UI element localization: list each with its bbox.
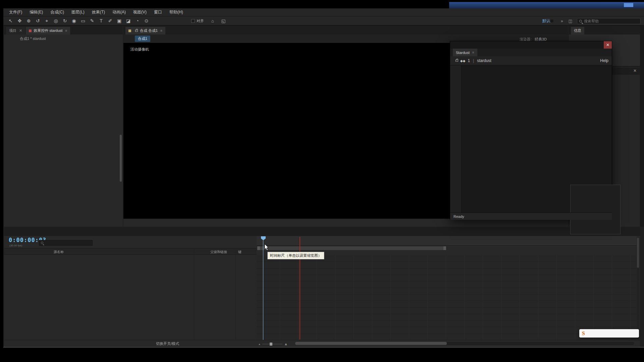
- menu-item[interactable]: 图层(L): [68, 9, 88, 15]
- stardust-effect-name: stardust: [477, 58, 491, 63]
- stamp-tool[interactable]: ▣: [115, 18, 124, 23]
- composition-tabbar: 合成 合成1 ≡: [123, 26, 568, 35]
- effect-target-label: 合成1 * stardust: [20, 36, 46, 41]
- tool-bar: ↖✥⊕↺⌖◎↻◉▭✎T✐▣◪◔⊙ 对齐 ⌂ ◱ 默认≡ » ◫: [3, 16, 644, 26]
- tab-composition[interactable]: 合成 合成1 ≡: [125, 27, 165, 35]
- workspace-list: 默认≡: [534, 18, 553, 24]
- brush-tool[interactable]: ✐: [106, 18, 115, 23]
- background-window-titlebar: [449, 2, 644, 8]
- menu-bar: 文件(F)编辑(E)合成(C)图层(L)效果(T)动画(A)视图(V)窗口帮助(…: [3, 8, 644, 16]
- menu-item[interactable]: 窗口: [150, 9, 166, 15]
- eraser-tool[interactable]: ◪: [124, 18, 133, 23]
- panel-box-icon[interactable]: ◫: [569, 19, 572, 23]
- effect-panel-scrollbar[interactable]: [120, 135, 122, 182]
- timeline-search-input[interactable]: [45, 241, 89, 245]
- timeline-vertical-scrollbar[interactable]: [637, 237, 639, 339]
- stardust-header: ◆◆ 1 | stardust Help: [450, 56, 612, 65]
- lock-icon[interactable]: [135, 30, 138, 32]
- tab-stardust[interactable]: Stardust ≡: [453, 49, 477, 56]
- menu-item[interactable]: 动画(A): [109, 9, 129, 15]
- stardust-node-graph[interactable]: [462, 65, 612, 213]
- composition-breadcrumb[interactable]: 合成1: [135, 36, 150, 42]
- timeline-zoom-control: ▲ ▲: [258, 342, 288, 346]
- time-ruler[interactable]: [257, 236, 637, 246]
- column-divider: [194, 248, 194, 341]
- menu-item[interactable]: 编辑(E): [26, 9, 47, 15]
- workspace-menu-icon[interactable]: ≡: [550, 18, 553, 24]
- tab-info-label: 信息: [574, 28, 581, 33]
- extra-tool-icon-1[interactable]: ⌂: [211, 18, 214, 23]
- effect-controls-icon: [29, 29, 32, 32]
- dolly-camera-tool[interactable]: ◎: [51, 18, 60, 23]
- panel-menu-icon[interactable]: ≡: [472, 51, 474, 54]
- toggle-switches-modes-button[interactable]: 切换开关/模式: [156, 341, 179, 346]
- zoom-slider-handle[interactable]: [270, 343, 272, 346]
- menu-item[interactable]: 文件(F): [5, 9, 26, 15]
- stardust-titlebar[interactable]: [450, 41, 612, 49]
- stardust-preview-box: [570, 185, 621, 234]
- timeline-panel: 0:00:00:03 (30.00 fps) 源名称 父级和链接 键 切换开关/…: [4, 227, 640, 347]
- type-tool[interactable]: T: [97, 18, 106, 23]
- tab-composition-label: 合成 合成1: [140, 28, 158, 33]
- timeline-bottom-bar: 切换开关/模式 ▲ ▲: [4, 340, 640, 347]
- menu-item[interactable]: 合成(C): [47, 9, 68, 15]
- workspace-overflow[interactable]: »: [561, 19, 563, 23]
- scrollbar-thumb[interactable]: [295, 342, 447, 345]
- work-area-bar[interactable]: [257, 246, 446, 250]
- column-source-name[interactable]: 源名称: [54, 250, 64, 254]
- tab-effect-controls[interactable]: 效果控件 stardust ≡: [26, 27, 70, 35]
- menu-item[interactable]: 效果(T): [88, 9, 109, 15]
- timeline-column-header: 源名称 父级和链接 键: [4, 248, 257, 255]
- help-button[interactable]: Help: [600, 58, 608, 63]
- help-search-input[interactable]: [584, 19, 634, 23]
- snap-checkbox[interactable]: [191, 19, 195, 23]
- menu-item[interactable]: 视图(V): [129, 9, 150, 15]
- camera-overlay-label: 活动摄像机: [130, 47, 149, 52]
- search-icon: [41, 242, 43, 244]
- tab-close-icon[interactable]: ✕: [19, 28, 22, 33]
- stardust-tabbar: Stardust ≡: [450, 49, 612, 56]
- stardust-window: ✕ Stardust ≡ ◆◆ 1 | stardust Help Ready: [450, 41, 612, 220]
- header-divider: |: [473, 58, 474, 63]
- stardust-close-button[interactable]: ✕: [604, 41, 612, 49]
- stardust-instance: 1: [468, 58, 470, 63]
- panel-menu-icon[interactable]: ≡: [160, 29, 162, 33]
- zoom-tool[interactable]: ⊕: [24, 18, 33, 23]
- lock-icon[interactable]: [455, 60, 458, 62]
- selection-tool[interactable]: ↖: [6, 18, 15, 23]
- column-parent-link[interactable]: 父级和链接: [210, 250, 227, 254]
- timeline-track-area[interactable]: [257, 255, 637, 340]
- hand-tool[interactable]: ✥: [15, 18, 24, 23]
- zoom-out-icon[interactable]: ▲: [258, 343, 261, 345]
- extra-tool-icon-2[interactable]: ◱: [221, 18, 225, 23]
- anchor-point-tool[interactable]: ◉: [69, 18, 78, 23]
- timeline-search-box[interactable]: [39, 240, 93, 246]
- menu-item[interactable]: 帮助(H): [166, 9, 187, 15]
- rectangle-tool[interactable]: ▭: [78, 18, 88, 23]
- pen-tool[interactable]: ✎: [88, 18, 97, 23]
- frame-rate-hint: (30.00 fps): [9, 244, 22, 247]
- zoom-in-icon[interactable]: ▲: [284, 342, 288, 346]
- sogou-logo[interactable]: S: [582, 330, 585, 337]
- panel-menu-icon[interactable]: ≡: [65, 29, 67, 33]
- column-divider: [235, 248, 236, 341]
- tab-project[interactable]: 项目 ✕: [6, 27, 25, 35]
- help-search-box[interactable]: [577, 18, 641, 24]
- window-right-edge: [640, 26, 644, 227]
- workspace-1[interactable]: 默认: [542, 18, 550, 24]
- timeline-horizontal-scrollbar[interactable]: [295, 342, 634, 345]
- panel-close-icon[interactable]: ✕: [633, 68, 637, 73]
- info-tabbar: 信息: [569, 26, 640, 35]
- scrollbar-thumb[interactable]: [637, 238, 639, 268]
- workspace-bar: 默认≡ » ◫: [534, 16, 641, 26]
- stardust-status-bar: Ready: [450, 213, 612, 220]
- roto-brush-tool[interactable]: ◔: [133, 18, 142, 23]
- pan-camera-tool[interactable]: ⌖: [42, 18, 51, 24]
- orbit-camera-tool[interactable]: ↺: [33, 18, 42, 23]
- tab-info[interactable]: 信息: [571, 27, 584, 35]
- column-keys[interactable]: 键: [238, 250, 241, 254]
- zoom-slider-track[interactable]: [262, 344, 282, 344]
- puppet-pin-tool[interactable]: ⊙: [142, 18, 151, 23]
- composition-icon: [128, 29, 131, 32]
- rotation-tool[interactable]: ↻: [60, 18, 69, 23]
